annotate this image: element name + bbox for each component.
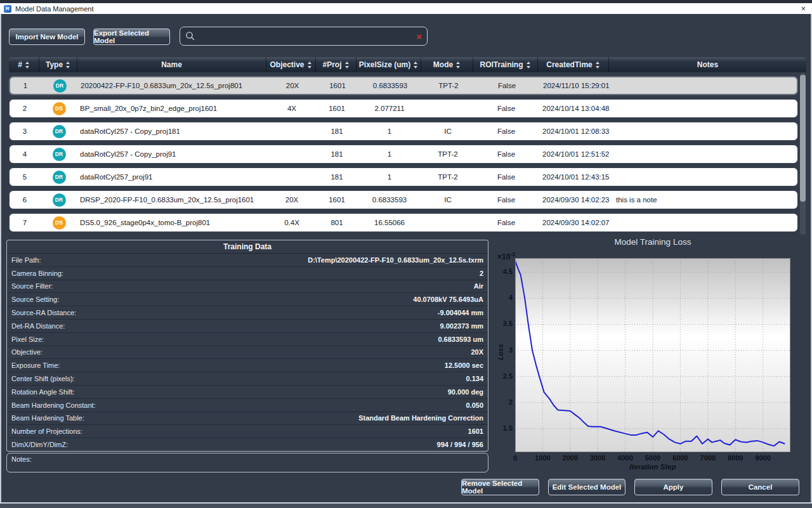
export-selected-model-button[interactable]: Export Selected Model xyxy=(93,29,170,45)
cell-mode: TPT-2 xyxy=(422,145,474,163)
model-type-badge: DR xyxy=(53,125,66,138)
model-type-badge: DR xyxy=(53,148,66,161)
field-value: 90.000 deg xyxy=(448,388,483,396)
cell-num: 5 xyxy=(10,168,40,186)
field-label: Det-RA Distance: xyxy=(11,322,65,330)
cell-num: 3 xyxy=(10,122,40,140)
table-scrollbar-thumb[interactable] xyxy=(800,75,806,202)
y-tick-label: 2 xyxy=(496,398,513,406)
table-row[interactable]: 2DSBP_small_20x_0p7z_bin2_edge_proj16014… xyxy=(9,99,798,118)
edit-selected-model-button[interactable]: Edit Selected Model xyxy=(548,479,625,495)
cell-name: 20200422-FP-F10_0.6833um_20x_12.5s_proj8… xyxy=(79,77,268,94)
cell-roi-training: False xyxy=(474,122,539,140)
field-label: Source Filter: xyxy=(11,282,53,290)
cell-mode: TPT-2 xyxy=(422,168,474,186)
column-header-createdtime[interactable]: CreatedTime xyxy=(538,57,609,72)
field-label: Pixel Size: xyxy=(11,335,44,343)
close-icon[interactable]: × xyxy=(801,4,806,13)
training-field: Source Setting:40.0708kV 75.6493uA xyxy=(7,293,488,306)
field-value: 2 xyxy=(480,270,483,277)
y-tick-label: 2.5 xyxy=(496,372,513,380)
notes-label: Notes: xyxy=(11,455,32,463)
sort-icon xyxy=(527,62,531,68)
table-row[interactable]: 4DRdataRotCyl257 - Copy_proj911811TPT-2F… xyxy=(9,145,798,164)
cell-mode: IC xyxy=(422,191,474,209)
field-value: 0.6833593 um xyxy=(438,335,483,343)
cell-proj: 801 xyxy=(317,214,357,231)
column-header-roitraining[interactable]: ROITraining xyxy=(473,57,538,72)
column-label: ROITraining xyxy=(480,60,523,69)
cell-objective xyxy=(267,168,317,186)
column-header--[interactable]: # xyxy=(9,57,39,72)
apply-button[interactable]: Apply xyxy=(634,479,712,495)
cell-pixel-size: 1 xyxy=(357,168,422,186)
cell-created-time: 2024/10/01 12:43:15 xyxy=(539,168,610,186)
cell-pixel-size: 1 xyxy=(357,122,422,140)
column-label: PixelSize (um) xyxy=(359,60,410,69)
field-label: Center Shift (pixels): xyxy=(11,375,75,382)
x-tick-label: 6000 xyxy=(667,454,693,462)
cell-type: DR xyxy=(40,168,78,186)
remove-selected-model-button[interactable]: Remove Selected Model xyxy=(461,479,539,495)
cell-notes xyxy=(610,100,797,117)
sort-icon xyxy=(596,62,600,68)
table-row[interactable]: 7DSDS5.0_926_stage0p4x_tomo-B_proj8010.4… xyxy=(9,213,798,232)
y-tick-label: 4.5 xyxy=(496,268,513,275)
import-new-model-button[interactable]: Import New Model xyxy=(9,29,85,45)
table-row[interactable]: 1DR20200422-FP-F10_0.6833um_20x_12.5s_pr… xyxy=(9,76,798,95)
training-field: Source-RA Distance:-9.004044 mm xyxy=(7,306,488,320)
column-header-pixelsize-um-[interactable]: PixelSize (um) xyxy=(357,57,421,72)
column-label: # xyxy=(18,60,22,69)
cell-objective: 4X xyxy=(267,100,317,117)
sort-icon xyxy=(345,62,350,68)
sort-icon xyxy=(66,62,70,68)
training-field: Det-RA Distance:9.002373 mm xyxy=(7,320,488,333)
cell-type: DR xyxy=(40,145,78,163)
search-clear-icon[interactable]: × xyxy=(416,32,422,41)
column-label: #Proj xyxy=(322,60,341,69)
cell-created-time: 2024/11/10 15:29:01 xyxy=(539,77,610,94)
model-table: 1DR20200422-FP-F10_0.6833um_20x_12.5s_pr… xyxy=(9,76,798,236)
cell-roi-training: False xyxy=(474,168,539,186)
field-value: Air xyxy=(474,282,483,290)
training-field: File Path:D:\Temp\20200422-FP-F10_0.6833… xyxy=(7,254,488,267)
table-row[interactable]: 5DRdataRotCyl257_proj911811TPT-2False202… xyxy=(9,167,798,186)
column-header--proj[interactable]: #Proj xyxy=(316,57,357,72)
cell-type: DS xyxy=(40,214,78,231)
x-tick-label: 9000 xyxy=(750,454,776,462)
cell-name: DRSP_2020-FP-F10_0.6833um_20x_12.5s_proj… xyxy=(78,191,267,209)
cell-created-time: 2024/10/01 12:51:52 xyxy=(539,145,610,163)
field-label: Source-RA Distance: xyxy=(11,309,76,316)
sort-icon xyxy=(456,62,461,68)
column-header-type[interactable]: Type xyxy=(39,57,77,72)
cell-notes: this is a note xyxy=(610,191,797,209)
x-tick-label: 4000 xyxy=(613,454,638,462)
model-type-badge: DR xyxy=(53,79,67,93)
field-label: Exposure Time: xyxy=(11,361,60,369)
column-label: CreatedTime xyxy=(546,60,592,69)
window-title: Model Data Management xyxy=(15,5,94,13)
training-field: Beam Hardening Table:Standard Beam Harde… xyxy=(7,412,488,426)
cell-notes xyxy=(610,145,797,163)
search-box[interactable]: × xyxy=(180,27,428,46)
table-scrollbar[interactable] xyxy=(800,73,806,235)
cell-mode: IC xyxy=(422,122,474,140)
column-header-mode[interactable]: Mode xyxy=(421,57,473,72)
plot-area xyxy=(515,258,790,452)
table-row[interactable]: 6DRDRSP_2020-FP-F10_0.6833um_20x_12.5s_p… xyxy=(9,190,798,209)
field-value: Standard Beam Hardening Correction xyxy=(358,414,483,422)
field-label: Camera Binning: xyxy=(11,270,63,277)
search-input[interactable] xyxy=(199,32,416,41)
sort-icon xyxy=(25,62,30,68)
cell-proj: 181 xyxy=(317,145,357,163)
cell-notes xyxy=(610,77,797,94)
cell-type: DR xyxy=(41,77,79,94)
training-field: Source Filter:Air xyxy=(7,280,488,294)
background-app-strip-bottom xyxy=(0,502,812,508)
y-tick-label: 3 xyxy=(496,346,513,354)
cancel-button[interactable]: Cancel xyxy=(721,479,799,495)
y-axis-multiplier: ×10-2 xyxy=(497,251,515,261)
cell-created-time: 2024/09/30 14:02:23 xyxy=(539,191,610,209)
table-row[interactable]: 3DRdataRotCyl257 - Copy_proj1811811ICFal… xyxy=(9,122,798,141)
column-header-objective[interactable]: Objective xyxy=(266,57,316,72)
